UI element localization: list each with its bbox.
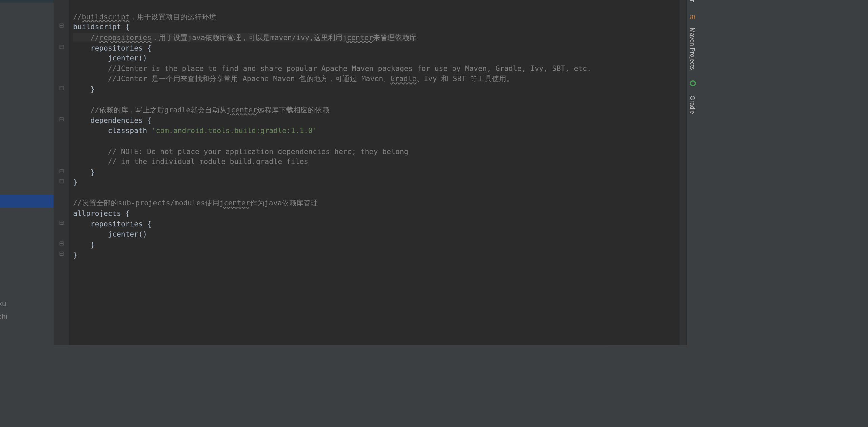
tree-node[interactable]: 🗀gradle bbox=[0, 169, 54, 182]
tree-node[interactable]: ▤local.properties bbox=[0, 246, 54, 259]
svg-point-12 bbox=[690, 81, 695, 86]
tree-node[interactable]: 🗀androidTest bbox=[0, 41, 54, 54]
tree-node[interactable]: ▥app.iml bbox=[0, 118, 54, 131]
tree-node[interactable]: ▥< 1.8 > (/Library/Java/JavaVirtualMachi bbox=[0, 310, 54, 323]
right-tool-strip: ◆ Commander m Maven Projects Gradle bbox=[686, 0, 698, 345]
tree-node[interactable]: 🗀java bbox=[0, 67, 54, 79]
tree-node[interactable]: ▥TestMe.iml bbox=[0, 272, 54, 284]
project-tree: 🗀 TestMe (~/Documents/Skill/Android/Mate… bbox=[0, 0, 54, 345]
tree-node[interactable]: ▤AndroidManifest.xml bbox=[0, 92, 54, 105]
tree-node[interactable]: 🗎proguard-rules.pro bbox=[0, 144, 54, 156]
tool-commander[interactable]: Commander bbox=[688, 0, 697, 6]
tree-node-app[interactable]: 🗀app bbox=[0, 0, 54, 3]
project-panel: 🗀 Project ▼ ⊕ ≑ | ⚙▾ ⇥ 🗀 TestMe (~/Docum… bbox=[0, 0, 54, 345]
tree-node[interactable]: 🗀build bbox=[0, 3, 54, 16]
maven-icon[interactable]: m bbox=[690, 12, 695, 21]
editor-area: TestMe × app × Gradle files have changed… bbox=[54, 0, 686, 345]
tree-node[interactable]: 🗀libs bbox=[0, 15, 54, 28]
tool-maven[interactable]: Maven Projects bbox=[688, 23, 697, 74]
tree-node[interactable]: 🗎gradlew.bat bbox=[0, 233, 54, 246]
tree-node[interactable]: ◆< Android API 22 Platform > (/Users/xu bbox=[0, 297, 54, 310]
tree-node[interactable]: 🗀res bbox=[0, 79, 54, 92]
tree-node-main[interactable]: 🗀main bbox=[0, 54, 54, 67]
tree-node[interactable]: 🗎gradlew bbox=[0, 220, 54, 233]
tree-node[interactable]: 🗀build bbox=[0, 156, 54, 169]
error-stripe bbox=[679, 0, 686, 345]
tree-node[interactable]: 📚support-annotations-22.0.0 bbox=[0, 323, 54, 336]
tool-gradle[interactable]: Gradle bbox=[688, 91, 697, 118]
tree-node[interactable]: 🗎.gitignore bbox=[0, 105, 54, 118]
tree-node[interactable]: 🗎.gitignore bbox=[0, 182, 54, 195]
tree-node-selected[interactable]: build.gradle bbox=[0, 195, 54, 208]
tree-external-libs[interactable]: 📚External Libraries bbox=[0, 284, 54, 297]
tree-node-src[interactable]: 🗀src bbox=[0, 28, 54, 41]
editor-content[interactable]: // Top-level build file where you can ad… bbox=[70, 0, 680, 345]
tree-node[interactable]: settings.gradle bbox=[0, 259, 54, 272]
tree-node[interactable]: ▤gradle.properties bbox=[0, 207, 54, 220]
editor-gutter: ⊟ ⊟ ⊟ ⊟ ⊟ bbox=[54, 0, 70, 345]
tree-node[interactable]: build.gradle bbox=[0, 131, 54, 144]
gradle-icon[interactable] bbox=[689, 80, 696, 89]
